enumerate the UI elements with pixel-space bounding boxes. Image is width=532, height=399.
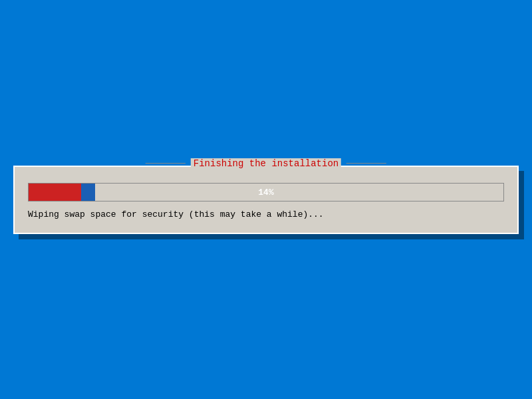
progress-label: 14% <box>258 187 273 197</box>
dialog-title-bar: Finishing the installation <box>146 158 386 169</box>
installation-dialog: Finishing the installation 14% Wiping sw… <box>13 166 519 234</box>
dialog-shadow: Finishing the installation 14% Wiping sw… <box>13 166 519 234</box>
status-message: Wiping swap space for security (this may… <box>28 209 504 219</box>
title-line-right <box>346 163 386 164</box>
dialog-title: Finishing the installation <box>191 158 341 169</box>
progress-red-segment <box>29 184 81 201</box>
progress-track <box>29 184 95 201</box>
title-line-left <box>146 163 186 164</box>
progress-bar-container: 14% <box>28 183 504 201</box>
